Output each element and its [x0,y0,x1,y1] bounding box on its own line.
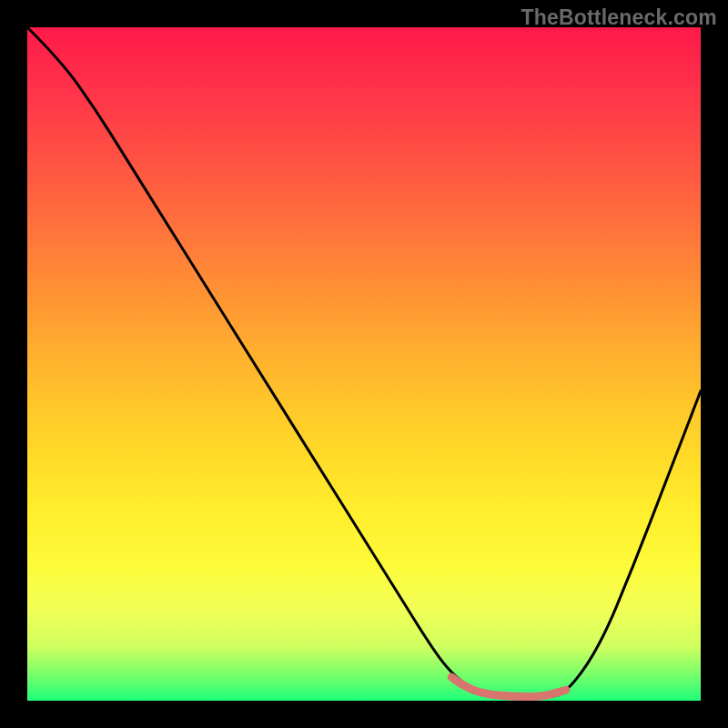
chart-frame: TheBottleneck.com [0,0,728,728]
plot-area [27,27,701,701]
bottleneck-curve [27,27,701,697]
watermark-text: TheBottleneck.com [521,5,717,30]
chart-svg [27,27,701,701]
highlight-segment [451,677,566,697]
